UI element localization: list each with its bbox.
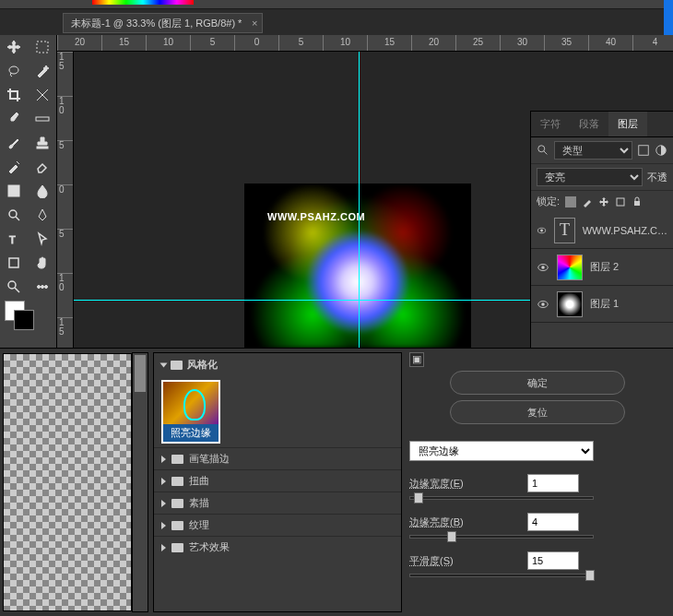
param-input[interactable] bbox=[527, 474, 579, 492]
tree-category[interactable]: 画笔描边 bbox=[154, 447, 401, 469]
hand-tool-icon[interactable] bbox=[29, 251, 57, 275]
layer-thumbnail[interactable] bbox=[557, 255, 583, 280]
svg-point-23 bbox=[541, 302, 545, 306]
visibility-icon[interactable] bbox=[537, 298, 549, 311]
slider-thumb[interactable] bbox=[447, 531, 456, 542]
tree-category-label: 纹理 bbox=[189, 518, 209, 532]
zoom-tool-icon[interactable] bbox=[0, 275, 29, 299]
opacity-label: 不透 bbox=[647, 171, 667, 184]
folder-icon bbox=[171, 361, 183, 370]
lock-pixels-icon[interactable] bbox=[582, 196, 593, 207]
scrollbar[interactable] bbox=[132, 352, 148, 612]
folder-icon bbox=[171, 543, 183, 552]
filter-name-select[interactable]: 照亮边缘 bbox=[409, 441, 594, 461]
layer-thumbnail[interactable] bbox=[557, 291, 583, 317]
ruler-tick: 20 bbox=[411, 35, 455, 51]
shape-tool-icon[interactable] bbox=[0, 251, 29, 275]
document-title: 未标题-1 @ 33.3% (图层 1, RGB/8#) * bbox=[71, 17, 242, 30]
reset-button[interactable]: 复位 bbox=[450, 400, 625, 424]
layer-row[interactable]: 图层 2 bbox=[531, 249, 673, 286]
fractal-artwork bbox=[244, 184, 471, 348]
tab-character[interactable]: 字符 bbox=[531, 112, 570, 136]
triangle-right-icon bbox=[161, 500, 166, 507]
slider-thumb[interactable] bbox=[414, 492, 423, 503]
blend-mode-select[interactable]: 变亮 bbox=[537, 168, 643, 186]
color-spectrum[interactable] bbox=[92, 0, 194, 5]
tree-category[interactable]: 扭曲 bbox=[154, 469, 401, 492]
ruler-vertical[interactable]: 15105051015 bbox=[57, 52, 74, 348]
svg-point-19 bbox=[540, 229, 543, 231]
history-brush-icon[interactable] bbox=[0, 155, 29, 179]
wand-tool-icon[interactable] bbox=[29, 59, 57, 83]
slider-thumb[interactable] bbox=[585, 570, 595, 581]
tab-layers[interactable]: 图层 bbox=[608, 112, 647, 136]
type-tool-icon[interactable]: T bbox=[0, 227, 29, 251]
crop-tool-icon[interactable] bbox=[0, 83, 29, 107]
guide-vertical[interactable] bbox=[359, 52, 360, 348]
filter-preview[interactable] bbox=[3, 353, 132, 611]
search-icon[interactable] bbox=[537, 144, 549, 157]
scrollbar-thumb[interactable] bbox=[135, 355, 146, 392]
param-input[interactable] bbox=[527, 551, 579, 570]
layer-row[interactable]: 图层 1 bbox=[531, 286, 673, 323]
tab-paragraph[interactable]: 段落 bbox=[570, 112, 608, 136]
tree-group-stylize[interactable]: 风格化 bbox=[154, 353, 401, 376]
layer-name: WWW.PSAHZ.C… bbox=[583, 225, 667, 236]
brush-tool-icon[interactable] bbox=[0, 131, 29, 155]
document-tab[interactable]: 未标题-1 @ 33.3% (图层 1, RGB/8#) * × bbox=[63, 13, 263, 33]
param-input[interactable] bbox=[527, 513, 579, 531]
filter-thumb-image bbox=[163, 382, 218, 424]
param-slider[interactable] bbox=[409, 574, 594, 577]
lasso-tool-icon[interactable] bbox=[0, 59, 29, 83]
tree-category[interactable]: 纹理 bbox=[154, 514, 401, 536]
ruler-horizontal[interactable]: 201510505101520253035404 bbox=[57, 35, 673, 52]
adjust-filter-icon[interactable] bbox=[655, 144, 667, 157]
eyedropper-tool-icon[interactable] bbox=[0, 107, 29, 131]
ruler-tick: 40 bbox=[588, 35, 632, 51]
param-slider[interactable] bbox=[409, 496, 594, 500]
layer-thumbnail[interactable]: T bbox=[554, 218, 575, 243]
ruler-tick: 25 bbox=[455, 35, 500, 51]
svg-rect-7 bbox=[9, 258, 18, 267]
more-tools-icon[interactable] bbox=[29, 275, 57, 299]
triangle-down-icon bbox=[160, 362, 168, 367]
svg-rect-3 bbox=[37, 147, 48, 148]
ruler-tool-icon[interactable] bbox=[29, 107, 57, 131]
lock-artboard-icon[interactable] bbox=[615, 196, 626, 207]
svg-rect-0 bbox=[37, 41, 48, 53]
background-color[interactable] bbox=[14, 310, 34, 330]
svg-point-5 bbox=[9, 210, 17, 218]
gradient-tool-icon[interactable] bbox=[0, 179, 29, 203]
dodge-tool-icon[interactable] bbox=[0, 203, 29, 227]
filter-thumb-glowing-edges[interactable]: 照亮边缘 bbox=[161, 380, 220, 444]
tree-category[interactable]: 艺术效果 bbox=[154, 536, 401, 558]
color-swatches[interactable] bbox=[0, 299, 56, 336]
lock-transparency-icon[interactable] bbox=[565, 196, 576, 207]
marquee-tool-icon[interactable] bbox=[29, 35, 57, 59]
ok-button[interactable]: 确定 bbox=[450, 371, 625, 395]
stamp-tool-icon[interactable] bbox=[29, 131, 57, 155]
ruler-tick: 5 bbox=[278, 35, 323, 51]
top-menubar bbox=[0, 0, 673, 9]
close-icon[interactable]: × bbox=[252, 18, 257, 29]
lock-position-icon[interactable] bbox=[598, 196, 609, 207]
visibility-icon[interactable] bbox=[537, 261, 549, 274]
collapse-icon[interactable]: ▣ bbox=[409, 352, 424, 367]
param-slider[interactable] bbox=[409, 535, 594, 539]
move-tool-icon[interactable] bbox=[0, 35, 29, 59]
pen-tool-icon[interactable] bbox=[29, 203, 57, 227]
lock-all-icon[interactable] bbox=[632, 196, 643, 207]
svg-point-8 bbox=[8, 281, 16, 289]
tree-category-label: 画笔描边 bbox=[189, 452, 230, 466]
blur-tool-icon[interactable] bbox=[29, 179, 57, 203]
layer-list: TWWW.PSAHZ.C…图层 2图层 1 bbox=[531, 212, 673, 323]
filter-type-select[interactable]: 类型 bbox=[554, 141, 632, 160]
slice-tool-icon[interactable] bbox=[29, 83, 57, 107]
eraser-tool-icon[interactable] bbox=[29, 155, 57, 179]
tree-category-label: 扭曲 bbox=[189, 474, 209, 488]
tree-category[interactable]: 素描 bbox=[154, 492, 401, 514]
image-filter-icon[interactable] bbox=[637, 144, 650, 157]
path-select-icon[interactable] bbox=[29, 227, 57, 251]
layer-row[interactable]: TWWW.PSAHZ.C… bbox=[531, 212, 673, 249]
visibility-icon[interactable] bbox=[537, 224, 547, 237]
